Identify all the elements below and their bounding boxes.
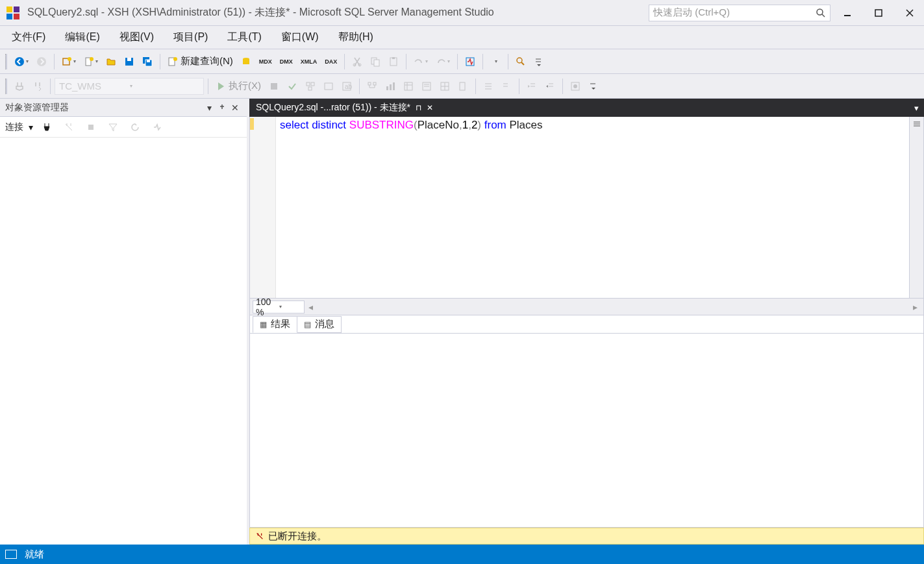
redo-button[interactable]: ▾ [432,53,453,70]
svg-rect-38 [311,82,314,86]
quick-launch-placeholder: 快速启动 (Ctrl+Q) [653,6,816,19]
svg-rect-27 [371,58,377,64]
new-query-button[interactable]: 新建查询(N) [164,53,236,70]
tab-results[interactable]: ▦ 结果 [253,316,297,333]
include-actual-plan-button[interactable] [364,78,381,95]
menu-view[interactable]: 视图(V) [110,27,163,48]
dax-query-button[interactable]: DAX [321,53,340,70]
find-button[interactable] [512,53,529,70]
specify-values-button[interactable] [567,78,584,95]
toolbar-sql-editor: TC_WMS ▾ 执行(X) ab [0,74,924,99]
tab-messages[interactable]: ▤ 消息 [297,316,342,333]
menu-edit[interactable]: 编辑(E) [56,27,108,48]
pin-icon[interactable] [216,104,229,112]
client-stats-button[interactable] [400,78,417,95]
menu-help[interactable]: 帮助(H) [329,27,382,48]
execute-button[interactable]: 执行(X) [212,78,264,95]
uncomment-button[interactable] [498,78,515,95]
comment-button[interactable] [480,78,497,95]
stop-button[interactable] [266,78,282,95]
panel-dropdown-button[interactable]: ▾ [203,103,216,113]
activity-monitor-button[interactable] [462,53,479,70]
save-all-button[interactable] [139,53,156,70]
results-file-button[interactable] [455,78,471,95]
new-query-icon [168,56,178,67]
svg-point-32 [517,58,522,63]
connect-server-button[interactable] [38,119,55,136]
tabbar-dropdown-button[interactable]: ▾ [908,99,924,117]
open-file-button[interactable] [103,53,119,70]
database-engine-query-button[interactable] [238,53,255,70]
outdent-button[interactable] [542,78,558,95]
cut-button[interactable] [349,53,366,70]
filter-button[interactable] [105,119,121,136]
new-project-button[interactable]: ▾ [58,53,79,70]
refresh-button[interactable] [127,119,144,136]
parse-button[interactable] [284,78,301,95]
oe-details-button[interactable] [149,119,166,136]
stop-oe-button[interactable] [82,119,99,136]
maximize-button[interactable] [869,4,888,22]
scroll-right-button[interactable]: ▸ [909,302,921,312]
save-button[interactable] [121,53,138,70]
object-explorer-titlebar: 对象资源管理器 ▾ ✕ [0,99,247,117]
results-grid-button[interactable] [436,78,453,95]
new-file-button[interactable]: ▾ [81,53,101,70]
separator [562,79,563,94]
menu-window[interactable]: 窗口(W) [272,27,328,48]
quick-launch-input[interactable]: 快速启动 (Ctrl+Q) [649,5,830,21]
close-panel-button[interactable]: ✕ [229,103,242,113]
connect-dropdown[interactable]: ▾ [29,122,33,132]
nav-forward-button[interactable] [33,53,50,70]
svg-rect-39 [308,87,312,90]
intellisense-button[interactable]: ab [338,78,355,95]
xmla-query-button[interactable]: XMLA [297,53,321,70]
disconnect-button[interactable] [60,119,77,136]
toolbar-overflow-button-2[interactable] [585,78,602,95]
editor-code[interactable]: select distinct SUBSTRING(PlaceNo,1,2) f… [276,117,909,298]
connect-label: 连接 [5,121,23,133]
results-text-button[interactable] [418,78,435,95]
connection-status-text: 已断开连接。 [268,530,327,543]
svg-rect-20 [147,60,150,62]
separator [508,54,508,69]
display-plan-button[interactable] [302,78,319,95]
separator [208,79,208,94]
svg-rect-45 [386,86,388,90]
menu-file[interactable]: 文件(F) [3,27,55,48]
svg-rect-40 [325,83,332,90]
menu-tools[interactable]: 工具(T) [218,27,270,48]
separator [54,54,55,69]
dmx-query-button[interactable]: DMX [277,53,296,70]
scroll-left-button[interactable]: ◂ [305,302,316,312]
close-tab-icon[interactable]: ✕ [427,103,433,112]
play-icon [216,81,226,92]
query-options-button[interactable] [320,78,337,95]
tab-active[interactable]: SQLQuery2.sql -...rator (51)) - 未连接* ⊓ ✕ [249,99,440,117]
nav-back-button[interactable]: ▾ [11,53,32,70]
minimize-button[interactable] [838,4,856,22]
split-handle[interactable] [909,117,923,298]
indent-button[interactable] [523,78,540,95]
change-connection-button[interactable] [29,78,46,95]
object-explorer-tree[interactable] [0,138,247,545]
paste-button[interactable] [385,53,402,70]
svg-point-10 [15,57,24,66]
results-panel[interactable] [249,334,924,528]
copy-button[interactable] [367,53,384,70]
database-combo[interactable]: TC_WMS ▾ [55,78,204,95]
tool-dropdown-button[interactable]: ▾ [487,53,504,70]
zoom-select[interactable]: 100 % ▾ [253,300,305,313]
pin-tab-icon[interactable]: ⊓ [416,103,421,112]
menu-project[interactable]: 项目(P) [164,27,217,48]
sql-editor[interactable]: select distinct SUBSTRING(PlaceNo,1,2) f… [249,117,924,299]
editor-area: SQLQuery2.sql -...rator (51)) - 未连接* ⊓ ✕… [249,99,924,545]
live-query-stats-button[interactable] [382,78,399,95]
mdx-query-button[interactable]: MDX [256,53,275,70]
undo-button[interactable]: ▾ [410,53,431,70]
toolbar-grip [5,54,7,69]
connect-button[interactable] [11,78,28,95]
svg-rect-3 [14,14,19,19]
toolbar-overflow-button[interactable] [531,53,547,70]
close-button[interactable] [901,4,919,22]
